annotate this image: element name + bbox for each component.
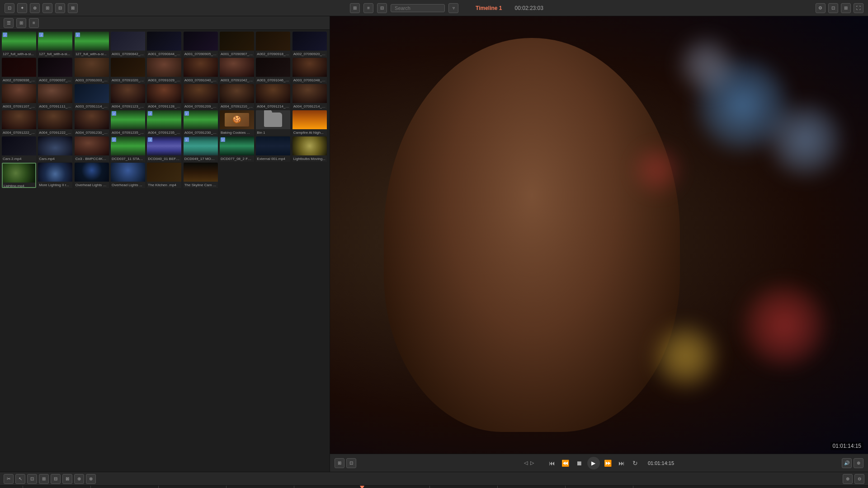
- preview-timecode: 01:01:14:15: [830, 442, 863, 450]
- layout-btn[interactable]: ⊞: [335, 458, 344, 468]
- preview-panel: 01:01:14:15 ⊞ ⊡ ◁ ▷ ⏮ ⏪ ⏹ ▶ ⏩ ⏭ ↻ 01:01:…: [330, 16, 868, 472]
- list-item[interactable]: A003_07091046_C...: [256, 58, 290, 83]
- bokeh-light-5: [654, 325, 717, 388]
- list-item[interactable]: Bin 1: [256, 110, 290, 136]
- search-input[interactable]: [391, 4, 445, 12]
- list-item[interactable]: A004_07091214_C...: [256, 84, 290, 109]
- list-item[interactable]: Cars 2.mp4: [2, 136, 36, 162]
- media-toolbar: ☰ ⊞ ≡: [0, 16, 330, 30]
- list-item[interactable]: External 001.mp4: [256, 136, 290, 162]
- list-item[interactable]: A002_07090920_C...: [292, 32, 327, 57]
- media-list-btn[interactable]: ≡: [29, 18, 39, 28]
- list-item[interactable]: ♪ DCD037_11 STAR...: [111, 136, 145, 162]
- list-item[interactable]: A003_07091114_C...: [75, 84, 109, 109]
- list-item[interactable]: A004_07091230_C...: [75, 110, 109, 136]
- filter-btn[interactable]: ▿: [448, 3, 458, 13]
- toolbar-btn-2[interactable]: ✦: [17, 3, 27, 13]
- list-item[interactable]: The Skyline Cam A...: [184, 163, 218, 188]
- grid-view-btn[interactable]: ⊞: [350, 3, 360, 13]
- monitor-btn[interactable]: ⊡: [828, 3, 838, 13]
- list-item[interactable]: Overhead Lights 1...: [75, 163, 109, 188]
- media-grid-btn[interactable]: ⊞: [16, 18, 26, 28]
- ruler-mark: 01:00:00:00: [23, 486, 46, 488]
- playback-controls: ⊞ ⊡ ◁ ▷ ⏮ ⏪ ⏹ ▶ ⏩ ⏭ ↻ 01:01:14:15 🔊 ⊕: [330, 454, 868, 472]
- list-item[interactable]: ♪ 127_full_with-a-si...: [2, 32, 36, 57]
- nav-next[interactable]: ▷: [530, 460, 534, 466]
- list-item[interactable]: ♪ A004_07091235_C...: [147, 110, 181, 136]
- play-btn[interactable]: ▶: [587, 457, 600, 469]
- ruler-mark: 01:00:14:00: [90, 486, 113, 488]
- list-item[interactable]: A004_07091214_C...: [292, 84, 327, 109]
- list-item[interactable]: Lightbulbs Moving...: [292, 136, 327, 162]
- list-item[interactable]: Overhead Lights ...: [111, 163, 145, 188]
- list-item[interactable]: A002_07090936_C...: [2, 58, 36, 83]
- list-item[interactable]: 🍪 Baking Cookies ...: [220, 110, 254, 136]
- slip-btn[interactable]: ⊞: [39, 474, 49, 484]
- toolbar-btn-4[interactable]: ⊞: [42, 3, 52, 13]
- list-item[interactable]: A004_07091209_C...: [184, 84, 218, 109]
- safe-area-btn[interactable]: ⊡: [346, 458, 356, 468]
- expand-btn[interactable]: ⊞: [841, 3, 851, 13]
- list-item[interactable]: A003_07091040_C...: [184, 58, 218, 83]
- list-item[interactable]: A004_07091222_C...: [38, 110, 72, 136]
- list-item[interactable]: A001_07090842_C...: [111, 32, 145, 57]
- skip-back-btn[interactable]: ⏪: [560, 458, 571, 469]
- slide-btn[interactable]: ⊟: [51, 474, 61, 484]
- list-item[interactable]: ♪ 127_full_with-a-si...: [38, 32, 72, 57]
- toolbar-btn-3[interactable]: ⊕: [30, 3, 40, 13]
- list-item[interactable]: A003_07091003_C...: [75, 58, 109, 83]
- list-item[interactable]: A003_07091020_C...: [111, 58, 145, 83]
- list-item[interactable]: A002_07090937_C...: [38, 58, 72, 83]
- list-item[interactable]: A001_07090905_C...: [184, 32, 218, 57]
- list-item[interactable]: A003_07091048_C...: [292, 58, 327, 83]
- list-item[interactable]: A003_07091107_C...: [2, 84, 36, 109]
- list-item[interactable]: Cars.mp4: [38, 136, 72, 162]
- stop-btn[interactable]: ⏹: [574, 458, 585, 469]
- razor-btn[interactable]: ✂: [4, 474, 14, 484]
- list-item[interactable]: ♪ DCD049_17 MOTI...: [184, 136, 218, 162]
- list-item[interactable]: A001_07090844_C...: [147, 32, 181, 57]
- list-item[interactable]: A003_07091029_C...: [147, 58, 181, 83]
- toolbar-btn-6[interactable]: ⊠: [68, 3, 78, 13]
- list-item[interactable]: A004_07091123_C...: [111, 84, 145, 109]
- dynamic-trim-btn[interactable]: ⊠: [62, 474, 72, 484]
- toolbar-btn-1[interactable]: ⊡: [5, 3, 14, 13]
- list-item[interactable]: ♪ A004_07091235_C...: [111, 110, 145, 136]
- skip-to-end-btn[interactable]: ⏭: [616, 458, 627, 469]
- zoom-out-btn[interactable]: ⊖: [854, 474, 864, 484]
- nav-prev[interactable]: ◁: [524, 460, 528, 466]
- list-item[interactable]: Lighting.mp4: [2, 163, 36, 188]
- list-item[interactable]: ♪ 127_full_with-a-si...: [75, 32, 109, 57]
- skip-to-start-btn[interactable]: ⏮: [547, 458, 557, 469]
- audio-btn[interactable]: 🔊: [842, 458, 852, 468]
- media-pool-menu[interactable]: ☰: [4, 18, 14, 28]
- list-item[interactable]: The Kitchen .mp4: [147, 163, 181, 188]
- list-item[interactable]: A004_07091128_C...: [147, 84, 181, 109]
- list-item[interactable]: A003_07091111_C...: [38, 84, 72, 109]
- top-bar-center: ⊞ ≡ ⊟ ▿ Timeline 1 00:02:23:03: [350, 3, 543, 13]
- toolbar-btn-5[interactable]: ⊟: [55, 3, 65, 13]
- zoom-btn[interactable]: ⊕: [854, 458, 863, 468]
- zoom-in-btn[interactable]: ⊕: [843, 474, 853, 484]
- insert-btn[interactable]: ⊕: [74, 474, 84, 484]
- list-item[interactable]: ♪ DCD077_08_2 FLO...: [220, 136, 254, 162]
- fullscreen-btn[interactable]: ⛶: [854, 3, 863, 13]
- list-item[interactable]: ♪ A004_07091230_C...: [184, 110, 218, 136]
- list-item[interactable]: A001_07090907_C...: [220, 32, 254, 57]
- list-item[interactable]: A003_07091042_C...: [220, 58, 254, 83]
- list-item[interactable]: Campfire At Nigh...: [292, 110, 327, 136]
- trim-btn[interactable]: ⊡: [27, 474, 37, 484]
- select-btn[interactable]: ↖: [15, 474, 25, 484]
- list-item[interactable]: A004_07091222_C...: [2, 110, 36, 136]
- loop-btn[interactable]: ↻: [630, 458, 641, 469]
- list-item[interactable]: ♪ DCD040_01 BEFO...: [147, 136, 181, 162]
- list-item[interactable]: More Lighting II r...: [38, 163, 72, 188]
- list-view-btn[interactable]: ≡: [363, 3, 373, 13]
- overwrite-btn[interactable]: ⊗: [86, 474, 96, 484]
- list-item[interactable]: A004_07091210_C...: [220, 84, 254, 109]
- list-item[interactable]: Co3 - BMPCC4K_Jo...: [75, 136, 109, 162]
- list-item[interactable]: A002_07090918_C...: [256, 32, 290, 57]
- skip-fwd-btn[interactable]: ⏩: [603, 458, 613, 469]
- settings-btn[interactable]: ⚙: [816, 3, 826, 13]
- detail-view-btn[interactable]: ⊟: [377, 3, 387, 13]
